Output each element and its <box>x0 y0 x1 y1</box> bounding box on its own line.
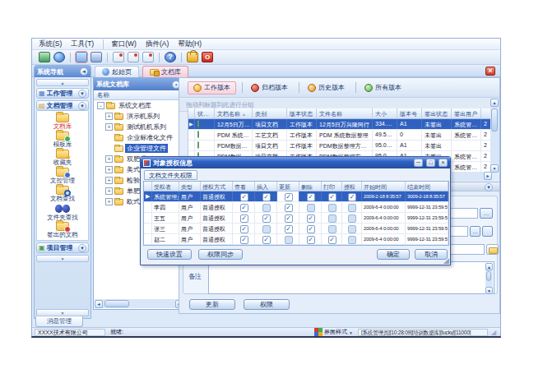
column-header[interactable]: 签出状态 <box>422 108 452 118</box>
chevron-down-icon[interactable]: ▼ <box>78 102 86 110</box>
tree-hscrollbar[interactable]: ◄ ► <box>95 299 183 308</box>
menu-window[interactable]: 窗口(W) <box>103 39 137 49</box>
column-header[interactable]: 文档名称▲ <box>215 108 253 118</box>
tree-node[interactable]: +测试机机系列 <box>94 122 183 132</box>
checkbox-unchecked-icon[interactable] <box>328 225 336 233</box>
globe-icon[interactable] <box>53 52 65 62</box>
scroll-right-icon[interactable]: ► <box>484 172 492 180</box>
folder-open-icon[interactable] <box>486 244 499 255</box>
sidebar-item-checked-out-docs[interactable]: 签出的文档 <box>37 222 88 240</box>
checkbox-checked-icon[interactable]: ✓ <box>285 214 293 223</box>
field-2-browse-button[interactable]: … <box>470 226 480 237</box>
tree-node[interactable]: 企业标准化文件 <box>94 132 183 143</box>
table-row[interactable]: ▶12月5日万兴隆同行项目文档工作版本12月5日万兴隆同行334.00KBA1未… <box>188 119 491 130</box>
expand-icon[interactable]: + <box>105 155 113 163</box>
column-header[interactable]: 版本号 <box>397 108 422 118</box>
checkbox-checked-icon[interactable]: ✓ <box>240 193 248 201</box>
system-icon[interactable] <box>39 52 50 62</box>
checkbox-checked-icon[interactable]: ✓ <box>307 236 315 244</box>
close-icon[interactable]: × <box>485 67 495 76</box>
nav-scroll-down[interactable]: ▼ <box>36 309 89 316</box>
column-header[interactable]: 打印 <box>322 182 342 191</box>
dialog-titlebar[interactable]: 对象授权信息 ─ □ × <box>141 157 450 168</box>
checkbox-unchecked-icon[interactable] <box>348 204 356 212</box>
resize-grip[interactable]: ◢ <box>443 256 449 265</box>
sidebar-item-template-library[interactable]: 模板库 <box>37 131 88 150</box>
documents-icon[interactable] <box>76 52 87 62</box>
scroll-thumb[interactable] <box>486 271 491 281</box>
checkbox-unchecked-icon[interactable] <box>328 204 336 212</box>
nav-scroll-up[interactable]: ▲ <box>36 79 89 86</box>
field-2-extra-button[interactable] <box>482 226 493 237</box>
expand-icon[interactable]: + <box>105 177 113 184</box>
expand-icon[interactable]: + <box>105 166 113 173</box>
checkbox-checked-icon[interactable]: ✓ <box>348 193 356 201</box>
permission-row[interactable]: ▶系统管理员用户普通授权✓✓✓✓✓✓2009-2-18 8:35:573009-… <box>144 191 448 202</box>
column-header[interactable]: 类型 <box>179 182 201 191</box>
column-header[interactable]: 受权者 <box>152 182 179 191</box>
checkbox-unchecked-icon[interactable] <box>285 236 293 244</box>
mail-icon[interactable] <box>142 52 154 62</box>
tree-node[interactable]: 企业管理文件 <box>94 143 183 154</box>
expand-icon[interactable]: + <box>105 187 113 195</box>
permission-row[interactable]: 赵二用户普通授权✓✓✓✓2009-6-4 0:00:009999-12-31 2… <box>144 234 448 245</box>
scroll-left-icon[interactable]: ◄ <box>95 300 103 308</box>
checkbox-unchecked-icon[interactable] <box>262 225 271 233</box>
collapse-icon[interactable]: - <box>97 102 104 109</box>
tree-node[interactable]: -系统文档库 <box>94 100 183 111</box>
checkbox-checked-icon[interactable]: ✓ <box>328 193 336 201</box>
column-header[interactable]: 类别 <box>253 108 287 118</box>
checkbox-checked-icon[interactable]: ✓ <box>307 214 315 223</box>
sidebar-item-doc-library[interactable]: 文档库 <box>37 113 88 131</box>
sidebar-item-favorites[interactable]: 收藏夹 <box>37 150 88 168</box>
sidebar-item-folder-search[interactable]: 文件夹查找 <box>37 204 88 222</box>
update-button[interactable]: 更新 <box>189 299 235 310</box>
column-header[interactable]: 大小 <box>373 108 397 118</box>
tab-message-management[interactable]: 消息管理 <box>35 316 83 327</box>
checkbox-checked-icon[interactable]: ✓ <box>285 193 293 201</box>
sidebar-section-document-management[interactable]: ▤文档管理▼ <box>36 100 89 111</box>
checkbox-checked-icon[interactable]: ✓ <box>328 236 336 244</box>
checkbox-unchecked-icon[interactable] <box>328 214 336 223</box>
report-icon[interactable] <box>113 52 124 62</box>
expand-icon[interactable]: + <box>105 113 113 120</box>
checkbox-checked-icon[interactable]: ✓ <box>240 204 248 212</box>
column-header[interactable]: 更新 <box>277 182 299 191</box>
column-header[interactable]: 删除 <box>299 182 322 191</box>
nav-collapse-icon[interactable]: ◄ <box>80 67 88 76</box>
permission-row[interactable]: 张三用户普通授权✓✓✓2009-6-4 0:00:009999-12-31 23… <box>144 224 448 234</box>
nav-more-sections[interactable]: ▼ <box>36 255 89 262</box>
checkbox-checked-icon[interactable]: ✓ <box>262 236 271 244</box>
checkbox-unchecked-icon[interactable] <box>348 214 356 223</box>
ui-style-selector[interactable]: 界面样式 ▼ <box>314 328 355 336</box>
exit-icon[interactable]: O <box>202 52 213 62</box>
table-vscrollbar[interactable]: ▲ ▼ <box>490 99 499 173</box>
permission-sync-button[interactable]: 权限同步 <box>198 249 243 260</box>
minimize-icon[interactable]: ─ <box>414 159 423 167</box>
permission-row[interactable]: 李四用户普通授权✓✓2009-6-4 0:00:009999-12-31 23:… <box>144 202 448 213</box>
maximize-icon[interactable]: □ <box>426 159 435 167</box>
tree-column-header[interactable]: 名称 <box>94 90 183 100</box>
column-header[interactable]: 版本状态 <box>287 108 317 118</box>
expand-icon[interactable]: + <box>105 123 113 131</box>
checkbox-checked-icon[interactable]: ✓ <box>262 193 271 201</box>
workspace-icon[interactable] <box>90 52 102 62</box>
checkbox-checked-icon[interactable]: ✓ <box>307 193 315 201</box>
table-row[interactable]: PDM 系统数据整理检工艺文档工作版本PDM 系统数据整理49.50KB0未签出… <box>188 130 491 141</box>
tab-folder-permissions[interactable]: 文档文件夹权限 <box>144 170 197 180</box>
column-header[interactable]: 开始时间 <box>362 182 406 191</box>
checkbox-unchecked-icon[interactable] <box>307 204 315 212</box>
tree-node[interactable]: +演示机系列 <box>94 111 183 122</box>
checkbox-checked-icon[interactable]: ✓ <box>240 236 248 244</box>
work-version-button[interactable]: 工作版本 <box>188 81 236 95</box>
menu-plugin[interactable]: 插件(A) <box>146 39 169 49</box>
column-header[interactable]: 文件名称 <box>317 108 373 118</box>
scroll-thumb[interactable] <box>491 108 498 131</box>
checkbox-checked-icon[interactable]: ✓ <box>285 225 293 233</box>
column-header[interactable]: 签出用户 <box>452 108 481 118</box>
column-header[interactable]: 状态图 <box>195 108 215 118</box>
checkbox-unchecked-icon[interactable] <box>348 225 356 233</box>
schedule-icon[interactable] <box>128 52 139 62</box>
menu-system[interactable]: 系统(S) <box>39 39 62 49</box>
checkbox-checked-icon[interactable]: ✓ <box>240 225 248 233</box>
